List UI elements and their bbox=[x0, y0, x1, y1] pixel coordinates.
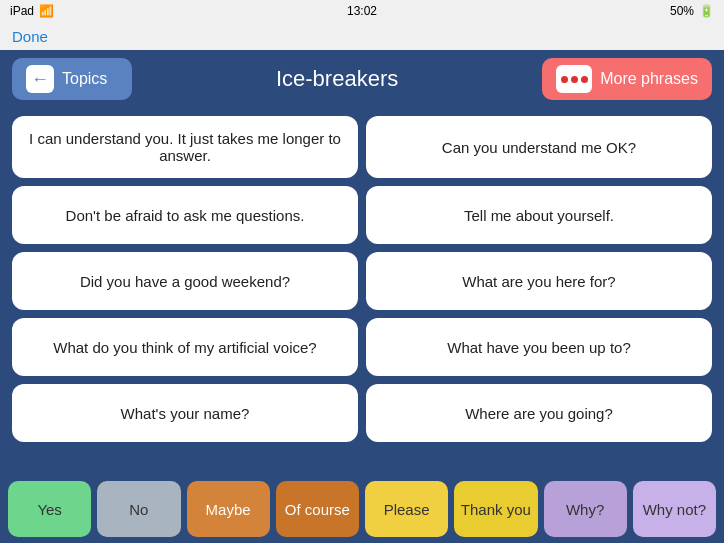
status-left: iPad 📶 bbox=[10, 4, 54, 18]
more-phrases-button[interactable]: More phrases bbox=[542, 58, 712, 100]
phrase-card-4[interactable]: Tell me about yourself. bbox=[366, 186, 712, 244]
dots-icon bbox=[556, 65, 592, 93]
phrase-card-2[interactable]: Can you understand me OK? bbox=[366, 116, 712, 178]
phrase-card-7[interactable]: What do you think of my artificial voice… bbox=[12, 318, 358, 376]
phrase-card-8[interactable]: What have you been up to? bbox=[366, 318, 712, 376]
phrase-card-9[interactable]: What's your name? bbox=[12, 384, 358, 442]
quick-btn-yes[interactable]: Yes bbox=[8, 481, 91, 537]
quick-btn-whynot[interactable]: Why not? bbox=[633, 481, 716, 537]
phrase-card-10[interactable]: Where are you going? bbox=[366, 384, 712, 442]
phrase-grid: I can understand you. It just takes me l… bbox=[0, 108, 724, 450]
more-phrases-label: More phrases bbox=[600, 70, 698, 88]
phrase-card-3[interactable]: Don't be afraid to ask me questions. bbox=[12, 186, 358, 244]
quick-btn-why[interactable]: Why? bbox=[544, 481, 627, 537]
done-bar: Done bbox=[0, 22, 724, 50]
battery-label: 50% bbox=[670, 4, 694, 18]
done-button[interactable]: Done bbox=[12, 28, 48, 45]
quick-btn-maybe[interactable]: Maybe bbox=[187, 481, 270, 537]
topics-label: Topics bbox=[62, 70, 107, 88]
phrase-card-5[interactable]: Did you have a good weekend? bbox=[12, 252, 358, 310]
top-nav: ← Topics Ice-breakers More phrases bbox=[0, 50, 724, 108]
quick-btn-ofcourse[interactable]: Of course bbox=[276, 481, 359, 537]
phrase-card-1[interactable]: I can understand you. It just takes me l… bbox=[12, 116, 358, 178]
back-arrow-icon: ← bbox=[31, 70, 49, 88]
quick-btn-please[interactable]: Please bbox=[365, 481, 448, 537]
dot3 bbox=[581, 76, 588, 83]
dot2 bbox=[571, 76, 578, 83]
status-bar: iPad 📶 13:02 50% 🔋 bbox=[0, 0, 724, 22]
wifi-icon: 📶 bbox=[39, 4, 54, 18]
time-display: 13:02 bbox=[347, 4, 377, 18]
page-title: Ice-breakers bbox=[132, 66, 542, 92]
phrase-card-6[interactable]: What are you here for? bbox=[366, 252, 712, 310]
bottom-bar: YesNoMaybeOf coursePleaseThank youWhy?Wh… bbox=[0, 475, 724, 543]
status-right: 50% 🔋 bbox=[670, 4, 714, 18]
quick-btn-thankyou[interactable]: Thank you bbox=[454, 481, 537, 537]
topics-button[interactable]: ← Topics bbox=[12, 58, 132, 100]
device-label: iPad bbox=[10, 4, 34, 18]
battery-icon: 🔋 bbox=[699, 4, 714, 18]
back-icon-box: ← bbox=[26, 65, 54, 93]
dot1 bbox=[561, 76, 568, 83]
quick-btn-no[interactable]: No bbox=[97, 481, 180, 537]
